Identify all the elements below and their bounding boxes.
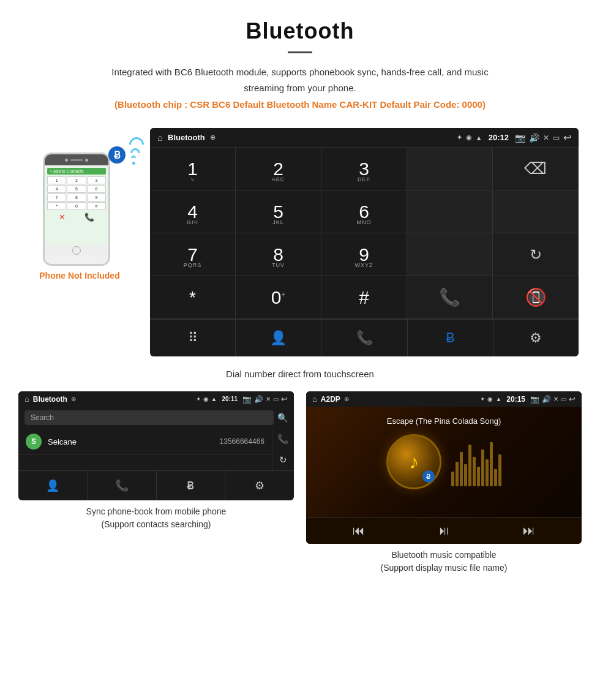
- pb-usb-icon: ⊕: [71, 396, 76, 402]
- pb-contact-row[interactable]: S Seicane 13566664466: [18, 429, 272, 455]
- pb-contact-phone: 13566664466: [220, 437, 264, 446]
- dp-key-star[interactable]: *: [150, 276, 236, 319]
- hu-nav-bluetooth[interactable]: Ƀ: [408, 320, 493, 356]
- pb-side-phone-icon[interactable]: 📞: [277, 434, 289, 445]
- bluetooth-badge-icon: Ƀ: [108, 146, 126, 164]
- pb-nav-phone-icon[interactable]: 📞: [88, 471, 157, 500]
- music-album-art: ♪ Ƀ: [386, 434, 441, 489]
- dp-refresh[interactable]: ↻: [493, 233, 579, 276]
- music-vol-icon[interactable]: 🔊: [542, 395, 551, 404]
- pb-search-input[interactable]: Search: [24, 410, 274, 425]
- pb-side-actions: 📞 ↻: [272, 429, 294, 470]
- pb-nav-settings-icon[interactable]: ⚙: [225, 471, 294, 500]
- hu-nav-dialpad[interactable]: ⠿: [150, 320, 236, 356]
- hu-location-icon: ◉: [466, 134, 472, 141]
- pb-contact-letter: S: [26, 434, 42, 450]
- pb-search-row: Search 🔍: [18, 407, 294, 429]
- phone-wrapper: Ƀ + Add to Contacts 123 456 789 *0#: [43, 140, 116, 266]
- hu-status-bar: ⌂ Bluetooth ⊕ ✦ ◉ ▲ 20:12 📷 🔊 ✕ ▭ ↩: [150, 128, 579, 147]
- music-x-icon[interactable]: ✕: [553, 396, 558, 402]
- title-divider: [288, 51, 312, 53]
- dp-key-2[interactable]: 2 ABC: [236, 148, 321, 190]
- pb-bt-icon: ✦: [196, 396, 201, 402]
- music-prev-icon[interactable]: ⏮: [353, 524, 365, 538]
- music-sig-icon: ▲: [495, 396, 501, 402]
- dp-key-5[interactable]: 5 JKL: [236, 190, 321, 233]
- dialpad-grid: 1 ∿ 2 ABC 3 DEF ⌫ 4 GHI 5 JKL: [150, 147, 579, 319]
- hu-close-icon[interactable]: ✕: [543, 134, 549, 142]
- pb-time: 20:11: [222, 396, 238, 402]
- dp-key-0[interactable]: 0+: [236, 276, 321, 319]
- hu-nav-phone[interactable]: 📞: [321, 320, 407, 356]
- hu-volume-icon[interactable]: 🔊: [529, 133, 539, 143]
- music-play-pause-icon[interactable]: ⏯: [438, 524, 450, 538]
- music-card: ⌂ A2DP ⊕ ✦ ◉ ▲ 20:15 📷 🔊 ✕ ▭ ↩ E: [306, 391, 582, 574]
- dp-empty-3: [493, 190, 579, 233]
- dp-call-green[interactable]: 📞: [407, 276, 493, 319]
- pb-sig-icon: ▲: [211, 396, 217, 402]
- dp-key-hash[interactable]: #: [321, 276, 407, 319]
- music-cam-icon[interactable]: 📷: [530, 395, 539, 404]
- hu-window-icon[interactable]: ▭: [553, 134, 560, 142]
- dp-key-8[interactable]: 8 TUV: [236, 233, 321, 276]
- music-caption: Bluetooth music compatible (Support disp…: [381, 549, 508, 574]
- pb-home-icon[interactable]: ⌂: [24, 394, 29, 404]
- page-description: Integrated with BC6 Bluetooth module, su…: [92, 64, 508, 96]
- pb-nav-person-icon[interactable]: 👤: [18, 471, 88, 500]
- phone-home-bar: [45, 245, 108, 256]
- dp-key-9[interactable]: 9 WXYZ: [321, 233, 407, 276]
- dp-key-6[interactable]: 6 MNO: [321, 190, 407, 233]
- dp-key-3[interactable]: 3 DEF: [321, 148, 407, 190]
- dp-empty-4: [407, 233, 493, 276]
- hu-nav-settings[interactable]: ⚙: [493, 320, 579, 356]
- music-frame: ⌂ A2DP ⊕ ✦ ◉ ▲ 20:15 📷 🔊 ✕ ▭ ↩ E: [306, 391, 582, 544]
- pb-win-icon[interactable]: ▭: [273, 396, 279, 402]
- pb-main-area: S Seicane 13566664466 📞 ↻: [18, 429, 294, 470]
- dp-key-7[interactable]: 7 PQRS: [150, 233, 236, 276]
- music-next-icon[interactable]: ⏭: [523, 524, 535, 538]
- pb-search-icon[interactable]: 🔍: [277, 413, 288, 423]
- pb-side-refresh-icon[interactable]: ↻: [279, 454, 287, 465]
- pb-x-icon[interactable]: ✕: [266, 396, 271, 402]
- pb-cam-icon[interactable]: 📷: [242, 395, 252, 404]
- pb-nav-bt-icon[interactable]: Ƀ: [157, 471, 226, 500]
- hu-usb-icon: ⊕: [210, 134, 216, 141]
- page-header: Bluetooth Integrated with BC6 Bluetooth …: [0, 0, 600, 116]
- hu-signal-icon: ▲: [476, 134, 482, 141]
- hu-status-right: ✦ ◉ ▲ 20:12 📷 🔊 ✕ ▭ ↩: [457, 132, 571, 143]
- phone-illustration: Ƀ + Add to Contacts 123 456 789 *0#: [21, 128, 138, 280]
- music-win-icon[interactable]: ▭: [561, 396, 566, 402]
- hu-time: 20:12: [489, 133, 509, 142]
- phone-screen: + Add to Contacts 123 456 789 *0# ✕ 📞: [45, 165, 108, 245]
- music-song-title: Escape (The Pina Colada Song): [387, 416, 501, 426]
- hu-status-left: ⌂ Bluetooth ⊕: [157, 132, 216, 143]
- dp-key-1[interactable]: 1 ∿: [150, 148, 236, 190]
- hu-app-name: Bluetooth: [168, 133, 205, 142]
- dp-key-4[interactable]: 4 GHI: [150, 190, 236, 233]
- wifi-signal-icon: [126, 131, 141, 165]
- dp-backspace[interactable]: ⌫: [493, 148, 579, 190]
- dp-call-red[interactable]: 📵: [493, 276, 579, 319]
- music-usb-icon: ⊕: [344, 396, 349, 402]
- pb-app-name: Bluetooth: [33, 395, 67, 404]
- phonebook-frame: ⌂ Bluetooth ⊕ ✦ ◉ ▲ 20:11 📷 🔊 ✕ ▭ ↩: [18, 391, 294, 500]
- music-status-bar: ⌂ A2DP ⊕ ✦ ◉ ▲ 20:15 📷 🔊 ✕ ▭ ↩: [306, 391, 582, 407]
- music-controls: ⏮ ⏯ ⏭: [306, 517, 582, 544]
- pb-vol-icon[interactable]: 🔊: [254, 395, 263, 404]
- hu-nav-contacts[interactable]: 👤: [236, 320, 321, 356]
- music-home-icon[interactable]: ⌂: [312, 394, 317, 404]
- hu-home-icon[interactable]: ⌂: [157, 132, 163, 143]
- pb-contact-list: S Seicane 13566664466: [18, 429, 272, 470]
- pb-back-icon[interactable]: ↩: [281, 394, 288, 404]
- music-bt-overlay-icon: Ƀ: [422, 470, 435, 483]
- hu-back-icon[interactable]: ↩: [563, 132, 571, 143]
- music-time: 20:15: [506, 395, 525, 404]
- music-back-icon[interactable]: ↩: [569, 394, 576, 404]
- music-loc-icon: ◉: [487, 396, 493, 402]
- music-content: Escape (The Pina Colada Song) ♪ Ƀ: [306, 407, 582, 517]
- hu-camera-icon[interactable]: 📷: [515, 133, 525, 143]
- bluetooth-specs: (Bluetooth chip : CSR BC6 Default Blueto…: [12, 99, 588, 110]
- pb-status-bar: ⌂ Bluetooth ⊕ ✦ ◉ ▲ 20:11 📷 🔊 ✕ ▭ ↩: [18, 391, 294, 407]
- phone-not-included-label: Phone Not Included: [39, 271, 119, 280]
- music-note-icon: ♪: [409, 451, 419, 473]
